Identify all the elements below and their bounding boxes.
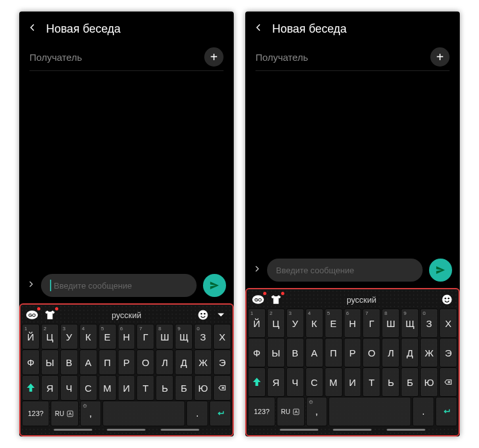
key-Ц[interactable]: Ц2 <box>267 308 285 338</box>
key-Ж[interactable]: Ж <box>420 338 438 367</box>
key-Й[interactable]: Й1 <box>22 324 40 349</box>
key-О[interactable]: О <box>136 349 154 375</box>
key-Ж[interactable]: Ж <box>194 349 212 375</box>
key-Ь[interactable]: Ь <box>382 367 400 397</box>
nav-back[interactable] <box>54 429 92 431</box>
key-З[interactable]: З0 <box>420 308 438 338</box>
key-Щ[interactable]: Щ9 <box>175 324 193 349</box>
key-Б[interactable]: Б <box>175 375 193 401</box>
key-Ш[interactable]: Ш8 <box>156 324 174 349</box>
key-Ф[interactable]: Ф <box>248 338 266 367</box>
recipient-placeholder[interactable]: Получатель <box>29 52 82 63</box>
keyboard-language-label[interactable]: русский <box>288 295 435 305</box>
key-Х[interactable]: Х <box>439 308 457 338</box>
go-icon[interactable]: GO <box>26 308 38 321</box>
nav-back[interactable] <box>280 429 318 431</box>
expand-icon[interactable] <box>253 263 261 277</box>
key-А[interactable]: А <box>305 338 323 367</box>
key-.[interactable]: . <box>186 401 208 426</box>
key-П[interactable]: П <box>325 338 343 367</box>
emoji-icon[interactable] <box>197 308 209 321</box>
key-RU[interactable]: RU <box>277 397 304 426</box>
tshirt-icon[interactable] <box>44 308 56 321</box>
back-icon[interactable] <box>254 20 263 37</box>
message-input[interactable]: Введите сообщение <box>267 259 423 282</box>
enter-key[interactable] <box>209 401 231 426</box>
key-Д[interactable]: Д <box>401 338 419 367</box>
key-Е[interactable]: Е5 <box>325 308 343 338</box>
key-З[interactable]: З0 <box>194 324 212 349</box>
key-123?[interactable]: 123? <box>22 401 49 426</box>
bksp-key[interactable] <box>213 375 231 401</box>
key-Ы[interactable]: Ы <box>267 338 285 367</box>
key-Й[interactable]: Й1 <box>248 308 266 338</box>
keyboard-language-label[interactable]: русский <box>61 310 191 320</box>
message-input[interactable]: Введите сообщение <box>41 274 197 297</box>
key-И[interactable]: И <box>118 375 136 401</box>
emoji-icon[interactable] <box>441 293 453 306</box>
key-О[interactable]: О <box>362 338 380 367</box>
key-В[interactable]: В <box>286 338 304 367</box>
key-Г[interactable]: Г7 <box>136 324 154 349</box>
collapse-keyboard-icon[interactable] <box>215 308 227 321</box>
key-Ч[interactable]: Ч <box>286 367 304 397</box>
key-123?[interactable]: 123? <box>248 397 275 426</box>
key-Р[interactable]: Р <box>118 349 136 375</box>
key-Х[interactable]: Х <box>213 324 231 349</box>
key-В[interactable]: В <box>60 349 78 375</box>
key-,[interactable]: ,⚙ <box>306 397 328 426</box>
key-Е[interactable]: Е5 <box>99 324 117 349</box>
recipient-placeholder[interactable]: Получатель <box>256 52 308 63</box>
key-Д[interactable]: Д <box>175 349 193 375</box>
key-М[interactable]: М <box>99 375 117 401</box>
send-button[interactable] <box>203 274 226 297</box>
key-С[interactable]: С <box>79 375 97 401</box>
key-Н[interactable]: Н6 <box>344 308 362 338</box>
key-Ю[interactable]: Ю <box>194 375 212 401</box>
shift-key[interactable] <box>248 367 266 397</box>
nav-recent[interactable] <box>387 429 425 431</box>
send-button[interactable] <box>429 259 452 282</box>
key-,[interactable]: ,⚙ <box>80 401 102 426</box>
enter-key[interactable] <box>435 397 457 426</box>
shift-key[interactable] <box>22 375 40 401</box>
key-Я[interactable]: Я <box>267 367 285 397</box>
key-Ц[interactable]: Ц2 <box>41 324 59 349</box>
expand-icon[interactable] <box>27 278 35 292</box>
key-Л[interactable]: Л <box>382 338 400 367</box>
key-Ф[interactable]: Ф <box>22 349 40 375</box>
key-Ь[interactable]: Ь <box>156 375 174 401</box>
nav-recent[interactable] <box>161 429 199 431</box>
key-Л[interactable]: Л <box>156 349 174 375</box>
key-И[interactable]: И <box>344 367 362 397</box>
key-А[interactable]: А <box>79 349 97 375</box>
key-М[interactable]: М <box>325 367 343 397</box>
key-П[interactable]: П <box>99 349 117 375</box>
add-recipient-button[interactable]: + <box>204 47 223 67</box>
key-Г[interactable]: Г7 <box>362 308 380 338</box>
key-Ш[interactable]: Ш8 <box>382 308 400 338</box>
key-Б[interactable]: Б <box>401 367 419 397</box>
add-recipient-button[interactable]: + <box>430 47 450 67</box>
key-Р[interactable]: Р <box>344 338 362 367</box>
go-icon[interactable]: GO <box>252 293 264 306</box>
key-Ю[interactable]: Ю <box>420 367 438 397</box>
key-space[interactable] <box>329 397 411 426</box>
key-Я[interactable]: Я <box>41 375 59 401</box>
key-RU[interactable]: RU <box>51 401 78 426</box>
key-Щ[interactable]: Щ9 <box>401 308 419 338</box>
key-.[interactable]: . <box>412 397 434 426</box>
key-Э[interactable]: Э <box>213 349 231 375</box>
key-К[interactable]: К4 <box>79 324 97 349</box>
key-Э[interactable]: Э <box>439 338 457 367</box>
key-К[interactable]: К4 <box>305 308 323 338</box>
key-С[interactable]: С <box>305 367 323 397</box>
key-У[interactable]: У3 <box>286 308 304 338</box>
back-icon[interactable] <box>28 20 37 37</box>
key-Ч[interactable]: Ч <box>60 375 78 401</box>
key-Т[interactable]: Т <box>136 375 154 401</box>
nav-home[interactable] <box>107 429 145 431</box>
key-Т[interactable]: Т <box>362 367 380 397</box>
key-У[interactable]: У3 <box>60 324 78 349</box>
tshirt-icon[interactable] <box>270 293 282 306</box>
